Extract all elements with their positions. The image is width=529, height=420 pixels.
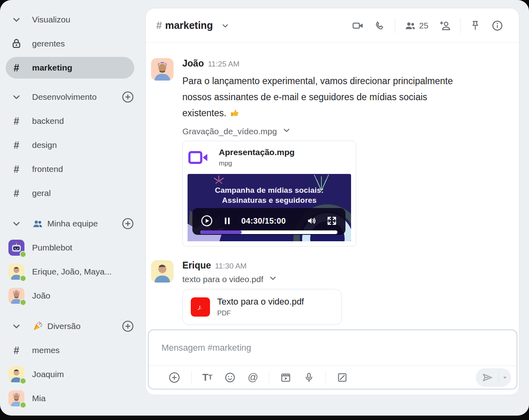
dm-label: Erique, João, Maya... <box>32 267 140 277</box>
hash-icon: # <box>10 62 23 74</box>
avatar[interactable] <box>151 58 174 81</box>
text-format-button[interactable]: TT <box>196 372 218 383</box>
channel-label: marketing <box>32 63 129 73</box>
member-count: 25 <box>419 21 428 30</box>
avatar <box>8 264 24 280</box>
pdf-file-title: Texto para o video.pdf <box>217 297 304 307</box>
message-input[interactable] <box>149 330 517 365</box>
play-button[interactable] <box>200 214 213 227</box>
sidebar-item-marketing[interactable]: # marketing <box>6 57 134 79</box>
message-author[interactable]: Erique <box>182 260 211 271</box>
channel-title-dropdown[interactable]: # marketing <box>156 20 230 31</box>
channel-label: geral <box>32 188 140 198</box>
chevron-down-icon[interactable] <box>10 92 23 102</box>
channel-label: gerentes <box>32 39 140 48</box>
message-timestamp: 11:30 AM <box>215 262 247 271</box>
mention-button[interactable]: @ <box>242 371 264 384</box>
draw-button[interactable] <box>331 372 354 383</box>
chevron-down-icon[interactable] <box>10 218 23 229</box>
dm-label: Mia <box>32 394 140 403</box>
sidebar-section-minha-equipe[interactable]: Minha equipe <box>0 212 145 236</box>
message-text: Para o lançamento experimental, vamos di… <box>182 73 509 121</box>
attach-plus-button[interactable] <box>162 372 186 384</box>
channel-label: frontend <box>32 164 140 174</box>
chevron-down-icon <box>269 274 277 284</box>
sidebar-item-group-erique-joao-maya[interactable]: Erique, João, Maya... <box>0 260 145 284</box>
sidebar-item-gerentes[interactable]: gerentes <box>0 32 145 56</box>
section-label: Desenvolvimento <box>32 92 121 102</box>
pause-button[interactable] <box>222 216 232 226</box>
chevron-down-icon[interactable] <box>10 14 23 25</box>
section-label: Minha equipe <box>47 219 98 228</box>
dm-label: João <box>32 291 140 301</box>
message-timestamp: 11:25 AM <box>208 60 240 69</box>
video-attachment-card[interactable]: Apresentação.mpg mpg <box>182 141 356 246</box>
add-channel-button[interactable] <box>121 320 134 333</box>
channel-label: backend <box>32 116 140 126</box>
avatar <box>8 240 24 256</box>
divider <box>325 371 326 384</box>
hash-icon: # <box>10 115 23 127</box>
channel-name: marketing <box>165 20 213 31</box>
members-button[interactable]: 25 <box>399 20 434 32</box>
video-progress-bar[interactable] <box>200 230 337 234</box>
voice-call-button[interactable] <box>369 20 391 31</box>
chevron-down-icon <box>283 126 291 136</box>
sidebar-item-design[interactable]: # design <box>0 133 145 157</box>
attachment-toggle[interactable]: texto para o video.pdf <box>182 274 509 284</box>
sidebar-item-mia[interactable]: Mia <box>0 386 145 410</box>
hash-icon: # <box>10 164 23 175</box>
send-button[interactable] <box>476 372 499 384</box>
message-text-line: nossos assinantes de e-mail e seguidores… <box>182 89 509 105</box>
pin-icon-button[interactable] <box>464 20 486 31</box>
pdf-file-icon <box>191 297 210 317</box>
chevron-down-icon[interactable] <box>10 321 23 331</box>
audio-message-button[interactable] <box>297 372 321 383</box>
channel-header: # marketing 25 <box>146 8 519 43</box>
message-author[interactable]: João <box>182 58 204 69</box>
sidebar-item-memes[interactable]: # memes <box>0 338 145 362</box>
dm-label: Pumblebot <box>32 243 140 252</box>
presence-indicator <box>20 402 26 408</box>
people-emoji-icon <box>32 218 43 229</box>
sidebar-section-diversao[interactable]: Diversão <box>0 314 145 338</box>
fullscreen-button[interactable] <box>326 215 337 226</box>
sidebar-section-desenvolvimento[interactable]: Desenvolvimento <box>0 85 145 109</box>
volume-button[interactable] <box>306 215 317 226</box>
sidebar-section-visualizou[interactable]: Visualizou <box>0 8 145 32</box>
sidebar-item-pumblebot[interactable]: Pumblebot <box>0 236 145 260</box>
sidebar-item-joaquim[interactable]: Joaquim <box>0 362 145 386</box>
divider <box>269 371 269 384</box>
party-popper-emoji-icon <box>32 321 43 332</box>
info-button[interactable] <box>486 20 509 32</box>
hash-icon: # <box>10 139 23 151</box>
add-channel-button[interactable] <box>121 91 134 103</box>
send-button-group <box>476 368 511 387</box>
video-file-type: mpg <box>219 160 295 168</box>
sidebar-item-frontend[interactable]: # frontend <box>0 157 145 181</box>
sidebar-item-joao[interactable]: João <box>0 284 145 308</box>
thumbs-up-emoji <box>230 108 240 118</box>
presence-indicator <box>20 378 26 384</box>
section-label: Diversão <box>47 321 81 331</box>
add-member-button[interactable] <box>121 217 134 230</box>
video-call-button[interactable] <box>347 20 369 32</box>
sidebar-item-backend[interactable]: # backend <box>0 109 145 133</box>
video-player[interactable]: Campanha de mídias sociais: Assinaturas … <box>188 174 351 241</box>
sidebar-item-geral[interactable]: # geral <box>0 181 145 205</box>
chevron-down-icon <box>221 21 230 30</box>
pdf-attachment-card[interactable]: Texto para o video.pdf PDF <box>182 289 342 325</box>
avatar <box>8 390 24 406</box>
attachment-filename: texto para o video.pdf <box>182 275 263 284</box>
attachment-toggle[interactable]: Gravação_de_vídeo.mpg <box>182 126 509 136</box>
send-options-caret[interactable] <box>499 374 511 381</box>
avatar[interactable] <box>151 260 174 283</box>
video-message-button[interactable] <box>274 372 297 383</box>
emoji-button[interactable] <box>218 372 242 383</box>
hash-icon: # <box>10 345 23 356</box>
message-list: João 11:25 AM Para o lançamento experime… <box>146 43 519 325</box>
dm-label: Joaquim <box>32 370 140 379</box>
add-person-button[interactable] <box>434 20 456 32</box>
header-actions: 25 <box>347 18 509 33</box>
app-window: Visualizou gerentes # marketing Desenvol… <box>0 0 529 416</box>
